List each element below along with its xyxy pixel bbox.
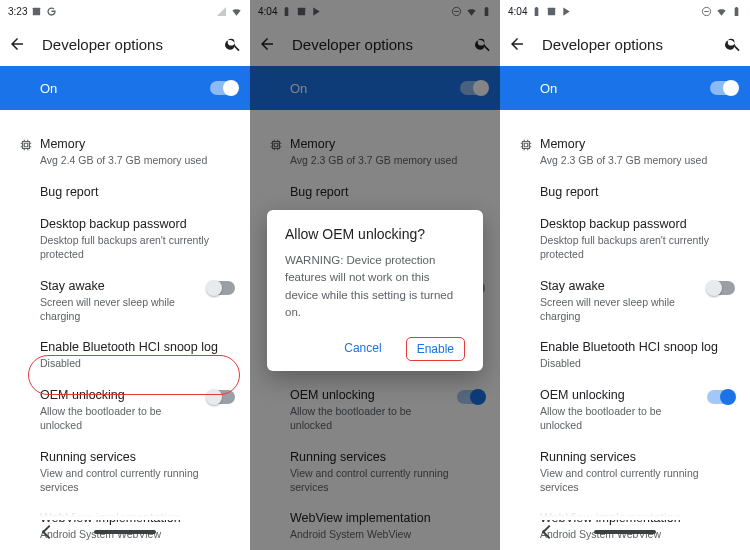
memory-title: Memory bbox=[540, 136, 738, 152]
back-icon[interactable] bbox=[8, 35, 26, 53]
screenshot-icon bbox=[546, 6, 557, 17]
oem-title: OEM unlocking bbox=[540, 387, 704, 403]
row-oem-unlocking[interactable]: OEM unlockingAllow the bootloader to be … bbox=[500, 379, 750, 441]
bug-title: Bug report bbox=[40, 184, 238, 200]
svg-rect-0 bbox=[33, 7, 40, 14]
memory-chip-icon bbox=[19, 138, 33, 152]
search-icon[interactable] bbox=[224, 35, 242, 53]
stay-sub: Screen will never sleep while charging bbox=[40, 296, 204, 323]
oem-confirm-dialog: Allow OEM unlocking? WARNING: Device pro… bbox=[267, 210, 483, 371]
screenshot-icon bbox=[31, 6, 42, 17]
phone-screen-3: 4:04 Developer options On MemoryAvg 2.3 … bbox=[500, 0, 750, 550]
nav-home-pill[interactable] bbox=[594, 530, 656, 534]
memory-sub: Avg 2.3 GB of 3.7 GB memory used bbox=[540, 154, 738, 168]
memory-title: Memory bbox=[40, 136, 238, 152]
svg-rect-3 bbox=[548, 7, 555, 14]
battery-icon bbox=[531, 6, 542, 17]
hci-title: Enable Bluetooth HCI snoop log bbox=[540, 339, 738, 355]
wifi-icon bbox=[231, 6, 242, 17]
highlight-oem-annotation bbox=[28, 355, 240, 395]
stay-sub: Screen will never sleep while charging bbox=[540, 296, 704, 323]
running-title: Running services bbox=[40, 449, 238, 465]
settings-list: MemoryAvg 2.3 GB of 3.7 GB memory used B… bbox=[500, 110, 750, 550]
dialog-message: WARNING: Device protection features will… bbox=[285, 252, 465, 321]
app-bar: Developer options bbox=[0, 22, 250, 66]
row-memory[interactable]: MemoryAvg 2.3 GB of 3.7 GB memory used bbox=[500, 128, 750, 176]
phone-screen-1: 3:23 Developer options On MemoryAvg 2.4 … bbox=[0, 0, 250, 550]
page-title: Developer options bbox=[42, 36, 208, 53]
bug-title: Bug report bbox=[540, 184, 738, 200]
running-title: Running services bbox=[540, 449, 738, 465]
cancel-button[interactable]: Cancel bbox=[338, 337, 387, 361]
enable-button[interactable]: Enable bbox=[406, 337, 465, 361]
status-bar: 3:23 bbox=[0, 0, 250, 22]
running-sub: View and control currently running servi… bbox=[540, 467, 738, 494]
row-hci-snoop[interactable]: Enable Bluetooth HCI snoop logDisabled bbox=[500, 331, 750, 379]
google-icon bbox=[46, 6, 57, 17]
signal-icon bbox=[216, 6, 227, 17]
oem-switch[interactable] bbox=[707, 390, 735, 404]
status-bar: 4:04 bbox=[500, 0, 750, 22]
running-sub: View and control currently running servi… bbox=[40, 467, 238, 494]
hci-title: Enable Bluetooth HCI snoop log bbox=[40, 339, 238, 355]
master-toggle-label: On bbox=[540, 81, 710, 96]
master-toggle-bar[interactable]: On bbox=[500, 66, 750, 110]
battery-status-icon bbox=[731, 6, 742, 17]
memory-sub: Avg 2.4 GB of 3.7 GB memory used bbox=[40, 154, 238, 168]
row-running-services[interactable]: Running servicesView and control current… bbox=[0, 441, 250, 503]
wifi-icon bbox=[716, 6, 727, 17]
row-backup-password[interactable]: Desktop backup passwordDesktop full back… bbox=[0, 208, 250, 270]
status-time: 4:04 bbox=[508, 6, 527, 17]
stay-awake-switch[interactable] bbox=[207, 281, 235, 295]
status-time: 3:23 bbox=[8, 6, 27, 17]
back-icon[interactable] bbox=[508, 35, 526, 53]
row-memory[interactable]: MemoryAvg 2.4 GB of 3.7 GB memory used bbox=[0, 128, 250, 176]
memory-chip-icon bbox=[519, 138, 533, 152]
nav-home-pill[interactable] bbox=[94, 530, 156, 534]
oem-sub: Allow the bootloader to be unlocked bbox=[540, 405, 704, 432]
settings-list: MemoryAvg 2.4 GB of 3.7 GB memory used B… bbox=[0, 110, 250, 550]
dialog-title: Allow OEM unlocking? bbox=[285, 226, 465, 242]
row-running-services[interactable]: Running servicesView and control current… bbox=[500, 441, 750, 503]
hci-sub: Disabled bbox=[540, 357, 738, 371]
nav-back-icon[interactable] bbox=[542, 525, 556, 539]
master-toggle-switch[interactable] bbox=[210, 81, 238, 95]
nav-back-icon[interactable] bbox=[42, 525, 56, 539]
master-toggle-switch[interactable] bbox=[710, 81, 738, 95]
app-bar: Developer options bbox=[500, 22, 750, 66]
row-stay-awake[interactable]: Stay awakeScreen will never sleep while … bbox=[0, 270, 250, 332]
backup-sub: Desktop full backups aren't currently pr… bbox=[40, 234, 238, 261]
master-toggle-bar[interactable]: On bbox=[0, 66, 250, 110]
row-bug-report[interactable]: Bug report bbox=[0, 176, 250, 208]
oem-sub: Allow the bootloader to be unlocked bbox=[40, 405, 204, 432]
backup-sub: Desktop full backups aren't currently pr… bbox=[540, 234, 738, 261]
dnd-icon bbox=[701, 6, 712, 17]
page-title: Developer options bbox=[542, 36, 708, 53]
play-store-icon bbox=[561, 6, 572, 17]
master-toggle-label: On bbox=[40, 81, 210, 96]
stay-awake-switch[interactable] bbox=[707, 281, 735, 295]
stay-title: Stay awake bbox=[540, 278, 704, 294]
row-bug-report[interactable]: Bug report bbox=[500, 176, 750, 208]
backup-title: Desktop backup password bbox=[540, 216, 738, 232]
navigation-bar bbox=[500, 514, 750, 550]
stay-title: Stay awake bbox=[40, 278, 204, 294]
backup-title: Desktop backup password bbox=[40, 216, 238, 232]
phone-screen-2: 4:04 Developer options On MemoryAvg 2.3 … bbox=[250, 0, 500, 550]
row-stay-awake[interactable]: Stay awakeScreen will never sleep while … bbox=[500, 270, 750, 332]
search-icon[interactable] bbox=[724, 35, 742, 53]
row-backup-password[interactable]: Desktop backup passwordDesktop full back… bbox=[500, 208, 750, 270]
navigation-bar bbox=[0, 514, 250, 550]
